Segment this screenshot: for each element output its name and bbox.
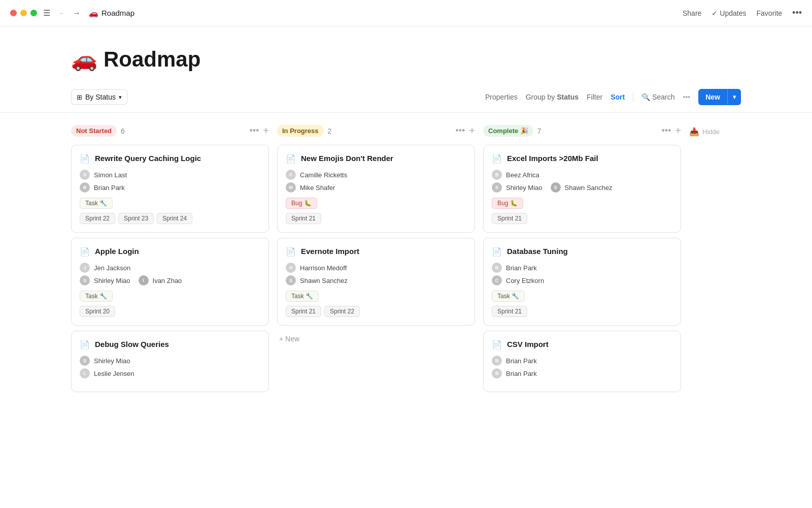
card-tag: Task 🔧 bbox=[80, 291, 113, 302]
updates-button[interactable]: ✓ Updates bbox=[712, 9, 746, 17]
col-count-not-started: 6 bbox=[121, 127, 125, 135]
assignee-row: SShirley MiaoIIvan Zhao bbox=[80, 275, 260, 285]
new-button[interactable]: New ▾ bbox=[698, 89, 741, 105]
status-badge-complete: Complete 🎉 bbox=[483, 125, 533, 137]
column-header-not-started: Not Started 6 ••• + bbox=[71, 123, 269, 139]
assignee-row: SShawn Sanchez bbox=[286, 275, 466, 285]
sprint-tag: Sprint 23 bbox=[118, 213, 154, 224]
more-toolbar-icon[interactable]: ••• bbox=[683, 93, 690, 101]
card-title: CSV Import bbox=[507, 339, 549, 350]
column-not-started: Not Started 6 ••• + 📄 Rewrite Query Cach… bbox=[71, 123, 269, 397]
col-more-icon[interactable]: ••• bbox=[455, 125, 465, 136]
col-count-complete: 7 bbox=[537, 127, 542, 135]
forward-arrow-icon[interactable]: → bbox=[71, 8, 83, 19]
assignee-name: Harrison Medoff bbox=[300, 264, 347, 272]
col-add-icon[interactable]: + bbox=[675, 125, 681, 137]
col-actions-in-progress[interactable]: ••• + bbox=[455, 125, 475, 137]
card[interactable]: 📄 Apple Login JJen JacksonSShirley MiaoI… bbox=[71, 238, 269, 326]
titlebar-page-title: Roadmap bbox=[101, 9, 134, 17]
card-title-row: 📄 New Emojis Don't Render bbox=[286, 153, 466, 164]
add-new-row[interactable]: + New bbox=[277, 331, 475, 347]
card-sprint-tags: Sprint 21 bbox=[492, 213, 672, 224]
col-count-in-progress: 2 bbox=[328, 127, 332, 135]
card-title-row: 📄 Apple Login bbox=[80, 246, 260, 257]
by-status-button[interactable]: ⊞ By Status ▾ bbox=[71, 89, 127, 105]
sprint-tag: Sprint 21 bbox=[286, 306, 321, 317]
card-tags: Task 🔧 bbox=[80, 291, 260, 302]
sprint-tag: Sprint 21 bbox=[286, 213, 321, 224]
assignee-name: Shirley Miao bbox=[94, 277, 130, 284]
card-doc-icon: 📄 bbox=[492, 247, 502, 257]
assignee-row: SSimon Last bbox=[80, 170, 260, 180]
col-more-icon[interactable]: ••• bbox=[661, 125, 671, 136]
col-add-icon[interactable]: + bbox=[263, 125, 269, 137]
card-doc-icon: 📄 bbox=[286, 247, 296, 257]
col-actions-not-started[interactable]: ••• + bbox=[249, 125, 269, 137]
card-tags: Task 🔧 bbox=[286, 291, 466, 302]
col-add-icon[interactable]: + bbox=[469, 125, 475, 137]
assignee-row: LLeslie Jensen bbox=[80, 368, 260, 378]
card-assignees: JJen JacksonSShirley MiaoIIvan Zhao bbox=[80, 263, 260, 285]
card-tag: Task 🔧 bbox=[492, 291, 525, 302]
card-tag: Bug 🐛 bbox=[492, 198, 523, 209]
card-title: Apple Login bbox=[95, 246, 139, 257]
sort-button[interactable]: Sort bbox=[611, 93, 625, 101]
close-traffic-light[interactable] bbox=[10, 10, 17, 16]
favorite-button[interactable]: Favorite bbox=[757, 9, 783, 17]
card-sprint-tags: Sprint 21Sprint 22 bbox=[286, 306, 466, 317]
card[interactable]: 📄 New Emojis Don't Render CCamille Ricke… bbox=[277, 145, 475, 233]
card[interactable]: 📄 Excel Imports >20Mb Fail BBeez AfricaS… bbox=[483, 145, 681, 233]
assignee-row: SShirley MiaoSShawn Sanchez bbox=[492, 182, 672, 193]
toolbar-left: ⊞ By Status ▾ bbox=[71, 89, 127, 105]
card-title: Database Tuning bbox=[507, 246, 568, 257]
share-button[interactable]: Share bbox=[683, 9, 701, 17]
card-title: Debug Slow Queries bbox=[95, 339, 169, 350]
toolbar: ⊞ By Status ▾ Properties Group by Status… bbox=[0, 82, 812, 113]
minimize-traffic-light[interactable] bbox=[20, 10, 27, 16]
card[interactable]: 📄 Debug Slow Queries SShirley MiaoLLesli… bbox=[71, 331, 269, 392]
card-assignees: BBrian ParkCCory Etzkorn bbox=[492, 263, 672, 285]
card-doc-icon: 📄 bbox=[492, 340, 502, 350]
card-doc-icon: 📄 bbox=[80, 247, 90, 257]
card-title-row: 📄 Database Tuning bbox=[492, 246, 672, 257]
assignee-row: JJen Jackson bbox=[80, 263, 260, 273]
col-actions-complete[interactable]: ••• + bbox=[661, 125, 681, 137]
search-button[interactable]: 🔍 Search bbox=[641, 93, 674, 101]
card[interactable]: 📄 Evernote Import HHarrison MedoffSShawn… bbox=[277, 238, 475, 326]
column-header-complete: Complete 🎉 7 ••• + bbox=[483, 123, 681, 139]
sprint-tag: Sprint 21 bbox=[492, 306, 527, 317]
card-tags: Task 🔧 bbox=[492, 291, 672, 302]
card-tags: Task 🔧 bbox=[80, 198, 260, 209]
titlebar-left: ☰ ← → 🚗 Roadmap bbox=[10, 8, 134, 19]
fullscreen-traffic-light[interactable] bbox=[30, 10, 37, 16]
card-tags: Bug 🐛 bbox=[286, 198, 466, 209]
assignee-name: Brian Park bbox=[506, 264, 537, 272]
col-more-icon[interactable]: ••• bbox=[249, 125, 259, 136]
page-title: Roadmap bbox=[104, 47, 200, 72]
card-tag: Task 🔧 bbox=[80, 198, 113, 209]
new-button-arrow-icon[interactable]: ▾ bbox=[727, 89, 741, 105]
card[interactable]: 📄 Rewrite Query Caching Logic SSimon Las… bbox=[71, 145, 269, 233]
board: Not Started 6 ••• + 📄 Rewrite Query Cach… bbox=[0, 113, 812, 407]
checkmark-icon: ✓ bbox=[712, 9, 718, 17]
board-view-icon: ⊞ bbox=[77, 93, 82, 101]
assignee-row: BBrian Park bbox=[492, 263, 672, 273]
assignee-name: Camille Ricketts bbox=[300, 171, 347, 179]
card-title-row: 📄 Excel Imports >20Mb Fail bbox=[492, 153, 672, 164]
back-arrow-icon[interactable]: ← bbox=[56, 8, 69, 19]
card-title: Rewrite Query Caching Logic bbox=[95, 153, 201, 164]
hamburger-menu-icon[interactable]: ☰ bbox=[43, 8, 50, 18]
sprint-tag: Sprint 21 bbox=[492, 213, 527, 224]
chevron-down-icon: ▾ bbox=[119, 94, 122, 101]
add-new-label: + New bbox=[279, 335, 299, 343]
page-title-row: 🚗 Roadmap bbox=[71, 47, 741, 72]
assignee-name: Simon Last bbox=[94, 171, 127, 179]
card[interactable]: 📄 CSV Import BBrian ParkBBrian Park bbox=[483, 331, 681, 392]
properties-button[interactable]: Properties bbox=[485, 93, 518, 101]
column-in-progress: In Progress 2 ••• + 📄 New Emojis Don't R… bbox=[277, 123, 475, 397]
assignee-name: Cory Etzkorn bbox=[506, 277, 544, 284]
card[interactable]: 📄 Database Tuning BBrian ParkCCory Etzko… bbox=[483, 238, 681, 326]
filter-button[interactable]: Filter bbox=[587, 93, 602, 101]
more-options-icon[interactable]: ••• bbox=[792, 8, 802, 18]
group-by-label: Group by Status bbox=[526, 93, 579, 101]
